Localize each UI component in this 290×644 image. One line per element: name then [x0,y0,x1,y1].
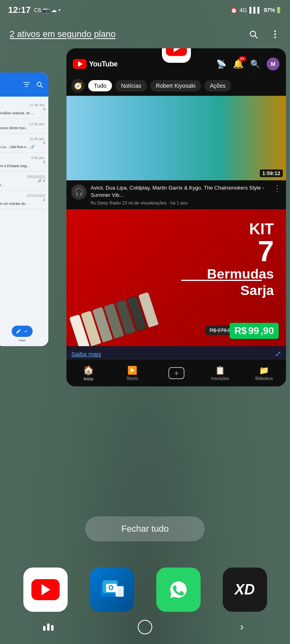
email-count: 2 [0,141,45,145]
nav-shorts[interactable]: ▶️ Shorts [110,365,154,381]
email-date: 27 de fev. [0,103,45,107]
filter-icon[interactable] [23,80,31,89]
dock-outlook[interactable]: O [90,568,134,612]
svg-point-2 [274,36,276,38]
chip-noticias[interactable]: Notícias [115,80,147,91]
nav-subscriptions[interactable]: 📋 Inscrições [198,365,242,381]
compose-button[interactable] [12,326,33,337]
yt-logo-text: YouTube [89,60,118,68]
list-item[interactable]: 13 de jan. souro direto trav... [0,119,46,134]
youtube-bottom-nav: 🏠 Início ▶️ Shorts ＋ 📋 Inscrições 📁 Bibl… [66,359,286,386]
svg-point-1 [274,33,276,35]
subscriptions-icon: 📋 [215,365,225,375]
dot-indicator: • [58,7,60,13]
dock-xd[interactable]: XD [223,568,267,612]
library-icon: 📁 [259,365,269,375]
network-indicator: 4G [240,7,247,13]
search-icon[interactable] [35,80,44,89]
email-preview: Análise manual, se ... [0,111,45,115]
chevron-up-icon [23,328,29,334]
yt-logo-triangle [78,61,83,67]
nav-add[interactable]: ＋ [154,367,198,379]
email-count: 2 [0,198,45,202]
chip-tudo[interactable]: Tudo [88,80,112,91]
video-more-button[interactable]: ⋮ [273,184,281,192]
youtube-app-icon[interactable] [162,48,191,63]
video-duration: 1:59:12 [260,169,283,177]
video-details: Avicii, Dua Lipa, Coldplay, Martin Garri… [91,184,269,205]
email-preview: se a Estapar pag... [0,164,45,168]
headphones-icon: 🎧 [75,188,83,196]
email-header [0,72,48,97]
price-new: R$ 99 ,90 [230,323,279,339]
email-list: 27 de fev. 3 Análise manual, se ... 13 d… [0,97,48,213]
notifications-button[interactable]: 🔔 9+ [233,59,244,69]
external-link-icon[interactable]: ⤢ [275,349,281,358]
channel-avatar[interactable]: 🎧 [71,184,87,200]
nav-library[interactable]: 📁 Biblioteca [242,365,286,381]
list-item[interactable]: 25/12/2022 🔗 2 k... [0,171,46,190]
c6-indicator: C6 [34,7,41,13]
back-button[interactable]: ‹ [230,619,254,635]
explore-chip[interactable]: 🧭 [71,79,85,93]
nav-bar-3 [51,625,54,631]
play-triangle [174,48,180,52]
system-nav-bar: ‹ [0,614,290,644]
status-time: 12:17 [8,5,31,15]
video-info: 🎧 Avicii, Dua Lipa, Coldplay, Martin Gar… [66,180,286,209]
dock-whatsapp[interactable] [156,568,201,612]
list-item[interactable]: 27 de fev. 3 Análise manual, se ... [0,100,46,119]
youtube-dock-icon [31,579,60,600]
saiba-mais-link[interactable]: Saiba mais [71,351,101,357]
email-preview: k... [0,183,45,187]
alarm-icon: ⏰ [230,7,237,13]
search-icon[interactable]: 🔍 [250,59,260,69]
top-bar: 2 ativos em segundo plano [0,20,290,48]
email-date: 10 de jan. [0,137,45,141]
more-options-icon[interactable] [270,29,280,39]
shorts-visual [69,292,159,347]
recent-apps-title: 2 ativos em segundo plano [10,29,116,39]
search-icon[interactable] [248,29,259,39]
cast-icon[interactable]: 📡 [216,59,226,69]
dock-youtube[interactable] [23,568,68,612]
home-button[interactable] [133,619,157,635]
ad-product: BermudasSarja [207,266,274,299]
email-count: 2 [0,160,45,164]
email-date: 13 de jan. [0,122,45,126]
youtube-play-icon [41,584,50,595]
battery-level: 97%🔋 [264,7,282,13]
svg-point-0 [274,30,276,32]
ad-text-big: KIT 7 BermudasSarja [207,221,274,299]
nav-home[interactable]: 🏠 Início [66,365,110,381]
yt-logo-icon [73,59,87,69]
email-card[interactable]: 27 de fev. 3 Análise manual, se ... 13 d… [0,72,48,346]
svg-rect-7 [115,586,123,597]
nav-home-label: Início [84,377,93,381]
list-item[interactable]: 9 de jan. 2 se a Estapar pag... [0,153,46,171]
video-thumbnail[interactable]: 1:59:12 [66,96,286,180]
ad-banner[interactable]: KIT 7 BermudasSarja R$ 279,90 R$ 99 ,90 [66,209,286,346]
chip-kiyosaki[interactable]: Robert Kiyosaki [150,80,201,91]
channel-name: Ru Deep Radio [91,200,121,205]
list-item[interactable]: 10 de jan. 2 k.co... nda-fixa-n... 🔗 [0,134,46,153]
nav-bar-1 [43,626,46,631]
nav-library-label: Biblioteca [255,376,273,381]
email-preview: k.co... nda-fixa-n... 🔗 [0,145,45,149]
outlook-icon: O [98,576,126,604]
close-all-button[interactable]: Fechar tudo [85,516,205,541]
svg-text:O: O [108,584,113,591]
list-item[interactable]: 27/10/2022 2 te um extrato do... [0,190,46,209]
video-title: Avicii, Dua Lipa, Coldplay, Martin Garri… [91,184,269,199]
youtube-play-button [166,48,187,56]
chip-acoes[interactable]: Ações [204,80,231,91]
email-preview: souro direto trav... [0,126,45,130]
more-label[interactable]: Mais [19,339,26,342]
video-stats: 23 mi de visualizações · há 1 ano [122,200,188,205]
email-footer: Mais [0,314,48,346]
youtube-card[interactable]: YouTube 📡 🔔 9+ 🔍 M 🧭 Tudo Notícias Rober… [66,48,286,386]
ad-kit-label: KIT [207,221,274,237]
user-avatar[interactable]: M [267,58,280,70]
nav-shorts-label: Shorts [126,376,138,381]
recent-apps-button[interactable] [36,619,60,635]
